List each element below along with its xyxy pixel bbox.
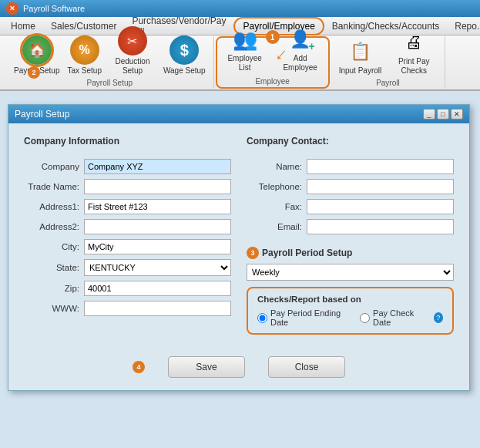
employee-list-button[interactable]: 👥 Employee List bbox=[219, 22, 271, 75]
name-row: Name: bbox=[247, 159, 454, 174]
payroll-setup-dialog: Payroll Setup _ □ ✕ Company Information … bbox=[8, 104, 470, 391]
toolbar-group-payroll-setup: 🏠 Payroll Setup % Tax Setup ✂ Deduction … bbox=[6, 36, 214, 89]
app-icon: ✕ bbox=[6, 2, 18, 15]
payroll-setup-group-label: Payroll Setup bbox=[6, 79, 213, 87]
toolbar-group-employee: 1 👥 Employee List 👤+ Add Employee Employ… bbox=[216, 36, 330, 89]
company-row: Company bbox=[24, 159, 231, 174]
pay-check-date-label: Pay Check Date bbox=[373, 308, 427, 327]
fax-label: Fax: bbox=[247, 202, 302, 211]
wage-setup-button[interactable]: $ Wage Setup bbox=[160, 33, 209, 78]
print-pay-checks-label: Print Pay Checks bbox=[391, 57, 437, 76]
state-select[interactable]: KENTUCKY ALABAMA CALIFORNIA FLORIDA NEW … bbox=[84, 259, 231, 276]
pay-period-ending-label: Pay Period Ending Date bbox=[270, 308, 351, 327]
employee-list-icon: 👥 bbox=[230, 25, 260, 54]
close-dialog-button[interactable]: ✕ bbox=[451, 109, 463, 120]
trade-name-input[interactable] bbox=[84, 179, 231, 194]
address2-input[interactable] bbox=[84, 219, 231, 234]
pay-period-ending-radio[interactable] bbox=[257, 313, 267, 323]
checks-report-box: Checks/Report based on Pay Period Ending… bbox=[247, 287, 454, 335]
telephone-input[interactable] bbox=[307, 179, 454, 194]
checks-report-title: Checks/Report based on bbox=[257, 295, 443, 304]
deduction-setup-label: Deduction Setup bbox=[109, 57, 156, 76]
tax-setup-label: Tax Setup bbox=[67, 66, 101, 76]
email-label: Email: bbox=[247, 222, 302, 231]
telephone-row: Telephone: bbox=[247, 179, 454, 194]
address1-input[interactable] bbox=[84, 199, 231, 214]
company-info-title: Company Information bbox=[24, 136, 231, 147]
input-payroll-label: Input Payroll bbox=[339, 66, 382, 76]
menu-repo[interactable]: Repo... bbox=[447, 19, 480, 34]
maximize-button[interactable]: □ bbox=[437, 109, 449, 120]
wage-setup-label: Wage Setup bbox=[163, 66, 206, 76]
tax-setup-button[interactable]: % Tax Setup bbox=[64, 33, 104, 78]
menu-home[interactable]: Home bbox=[3, 19, 43, 34]
address1-label: Address1: bbox=[24, 202, 79, 211]
address1-row: Address1: bbox=[24, 199, 231, 214]
company-information-section: Company Information Company Trade Name: … bbox=[24, 136, 231, 335]
payroll-period-row: Weekly Bi-Weekly Monthly Semi-Monthly bbox=[247, 264, 454, 281]
dollar-icon: $ bbox=[170, 35, 199, 65]
print-pay-checks-button[interactable]: 🖨 Print Pay Checks bbox=[388, 25, 440, 78]
dialog-titlebar: Payroll Setup _ □ ✕ bbox=[8, 105, 469, 123]
dialog-content: Company Information Company Trade Name: … bbox=[8, 123, 469, 347]
input-payroll-icon: 📋 bbox=[345, 37, 374, 66]
dialog-title: Payroll Setup bbox=[15, 109, 69, 120]
city-label: City: bbox=[24, 242, 79, 251]
employee-group-label: Employee bbox=[217, 77, 328, 86]
www-row: WWW: bbox=[24, 301, 231, 316]
form-layout: Company Information Company Trade Name: … bbox=[24, 136, 454, 335]
contact-name-input[interactable] bbox=[307, 159, 454, 174]
payroll-period-title: Payroll Period Setup bbox=[262, 248, 352, 258]
close-button[interactable]: Close bbox=[268, 356, 345, 378]
telephone-label: Telephone: bbox=[247, 182, 302, 191]
fax-row: Fax: bbox=[247, 199, 454, 214]
step2-badge: 2 bbox=[28, 66, 40, 79]
print-pay-checks-icon: 🖨 bbox=[399, 28, 428, 57]
zip-input[interactable] bbox=[84, 281, 231, 296]
email-input[interactable] bbox=[307, 219, 454, 234]
footer-step-area: 4 bbox=[133, 356, 145, 378]
deduction-setup-button[interactable]: ✂ Deduction Setup bbox=[106, 24, 159, 78]
address2-label: Address2: bbox=[24, 222, 79, 231]
dialog-controls: _ □ ✕ bbox=[423, 109, 463, 120]
home-icon: 🏠 bbox=[22, 35, 52, 65]
employee-step-badge: 1 bbox=[266, 30, 280, 44]
fax-input[interactable] bbox=[307, 199, 454, 214]
pay-check-date-radio[interactable] bbox=[360, 313, 370, 323]
company-contact-section: Company Contact: Name: Telephone: Fax: E… bbox=[247, 136, 454, 335]
trade-name-row: Trade Name: bbox=[24, 179, 231, 194]
scissors-icon: ✂ bbox=[118, 26, 147, 56]
payroll-period-section: 3 Payroll Period Setup Weekly Bi-Weekly … bbox=[247, 247, 454, 335]
step3-badge: 3 bbox=[247, 247, 259, 259]
state-label: State: bbox=[24, 263, 79, 272]
trade-name-label: Trade Name: bbox=[24, 182, 79, 191]
state-row: State: KENTUCKY ALABAMA CALIFORNIA FLORI… bbox=[24, 259, 231, 276]
input-payroll-button[interactable]: 📋 Input Payroll bbox=[336, 35, 385, 78]
minimize-button[interactable]: _ bbox=[423, 109, 435, 120]
email-row: Email: bbox=[247, 219, 454, 234]
dialog-footer: 4 Save Close bbox=[8, 347, 469, 390]
zip-row: Zip: bbox=[24, 281, 231, 296]
save-button[interactable]: Save bbox=[168, 356, 245, 378]
toolbar-group-payroll: 📋 Input Payroll 🖨 Print Pay Checks Payro… bbox=[331, 36, 446, 89]
www-input[interactable] bbox=[84, 301, 231, 316]
info-icon[interactable]: ? bbox=[434, 312, 443, 323]
city-input[interactable] bbox=[84, 239, 231, 254]
step4-badge: 4 bbox=[133, 361, 145, 373]
payroll-period-header: 3 Payroll Period Setup bbox=[247, 247, 454, 259]
company-input[interactable] bbox=[84, 159, 231, 174]
company-contact-title: Company Contact: bbox=[247, 136, 454, 147]
toolbar: 🏠 Payroll Setup % Tax Setup ✂ Deduction … bbox=[0, 35, 480, 91]
address2-row: Address2: bbox=[24, 219, 231, 234]
radio-row: Pay Period Ending Date Pay Check Date ? bbox=[257, 308, 443, 327]
www-label: WWW: bbox=[24, 304, 79, 313]
payroll-group-label: Payroll bbox=[331, 79, 445, 87]
payroll-period-select[interactable]: Weekly Bi-Weekly Monthly Semi-Monthly bbox=[247, 264, 454, 281]
company-label: Company bbox=[24, 162, 79, 171]
city-row: City: bbox=[24, 239, 231, 254]
title-bar: ✕ Payroll Software bbox=[0, 0, 480, 17]
contact-name-label: Name: bbox=[247, 162, 302, 171]
percent-icon: % bbox=[70, 35, 99, 65]
app-title: Payroll Software bbox=[23, 4, 85, 13]
zip-label: Zip: bbox=[24, 284, 79, 293]
